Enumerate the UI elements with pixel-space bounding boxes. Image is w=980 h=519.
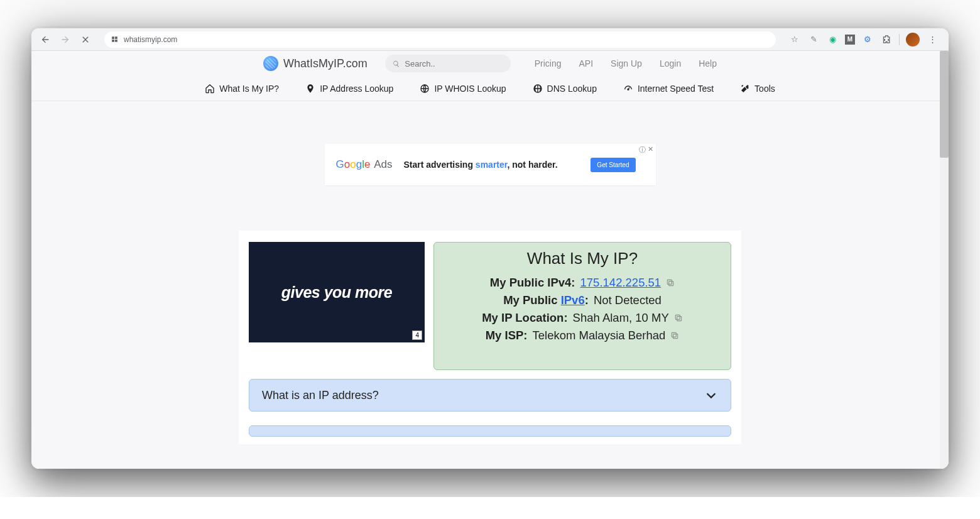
location-value: Shah Alam, 10 MY: [573, 311, 669, 325]
top-links: Pricing API Sign Up Login Help: [535, 58, 717, 68]
svg-rect-6: [675, 315, 680, 319]
ad-text: Start advertising smarter, not harder.: [403, 160, 557, 170]
video-ad-countdown: 4: [412, 331, 422, 340]
nav-label: Internet Speed Test: [638, 84, 714, 94]
ip-label: My ISP:: [486, 329, 528, 342]
page-content: WhatIsMyIP.com Pricing API Sign Up Login…: [31, 51, 949, 469]
video-ad[interactable]: gives you more 4: [249, 242, 425, 342]
ext-icon-1[interactable]: ◉: [826, 33, 839, 46]
ip-panel-title: What Is My IP?: [443, 249, 722, 268]
edit-icon[interactable]: ✎: [807, 33, 820, 46]
svg-rect-3: [669, 281, 673, 286]
home-icon: [205, 84, 215, 94]
browser-actions: ☆ ✎ ◉ M ⚙ ⋮: [785, 33, 942, 46]
copy-icon[interactable]: [666, 278, 675, 287]
main-panel: gives you more 4 What Is My IP? My Publi…: [239, 231, 741, 444]
site-settings-icon: [111, 35, 119, 43]
accordion-what-is-ip[interactable]: What is an IP address?: [249, 379, 731, 412]
star-icon[interactable]: ☆: [788, 33, 801, 46]
accordion-item-2[interactable]: [249, 425, 731, 437]
speed-icon: [623, 84, 633, 94]
ipv6-label-link[interactable]: IPv6: [561, 293, 585, 307]
nav-speed-test[interactable]: Internet Speed Test: [623, 84, 714, 94]
nav-label: DNS Lookup: [547, 84, 597, 94]
ip-info-panel: What Is My IP? My Public IPv4: 175.142.2…: [433, 242, 731, 370]
close-icon[interactable]: ✕: [648, 145, 653, 155]
profile-avatar[interactable]: [906, 33, 920, 46]
svg-rect-4: [667, 280, 672, 284]
tools-icon: [740, 84, 750, 94]
svg-rect-8: [672, 332, 677, 337]
google-ads-logo: Google Ads: [336, 158, 393, 171]
nav-what-is-my-ip[interactable]: What Is My IP?: [205, 84, 279, 94]
nav-ip-lookup[interactable]: IP Address Lookup: [305, 84, 393, 94]
ad-info-icon[interactable]: ⓘ: [639, 145, 646, 155]
nav-dns-lookup[interactable]: DNS Lookup: [533, 84, 597, 94]
search-box[interactable]: [385, 55, 511, 72]
ad-close[interactable]: ⓘ✕: [639, 145, 653, 155]
stop-button[interactable]: [78, 32, 93, 47]
pin-icon: [305, 84, 315, 94]
link-help[interactable]: Help: [699, 58, 717, 68]
link-pricing[interactable]: Pricing: [535, 58, 562, 68]
ad-banner[interactable]: ⓘ✕ Google Ads Start advertising smarter,…: [325, 144, 656, 185]
brand-logo-icon: [263, 56, 278, 71]
chevron-down-icon: [704, 388, 718, 402]
brand[interactable]: WhatIsMyIP.com: [263, 56, 368, 71]
accordion-label: What is an IP address?: [262, 389, 379, 402]
site-header: WhatIsMyIP.com Pricing API Sign Up Login…: [31, 51, 949, 76]
ip-label: My IP Location:: [482, 311, 567, 325]
search-input[interactable]: [405, 59, 503, 68]
video-ad-text: gives you more: [281, 283, 392, 302]
scrollbar-thumb[interactable]: [940, 51, 949, 158]
search-icon: [393, 60, 400, 68]
ip-row-ipv6: My Public IPv6: Not Detected: [443, 293, 722, 307]
ip-label: My Public IPv4:: [490, 276, 575, 290]
ip-label: My Public IPv6:: [503, 293, 589, 307]
address-bar[interactable]: whatismyip.com: [104, 31, 776, 48]
grid-globe-icon: [533, 84, 543, 94]
link-signup[interactable]: Sign Up: [611, 58, 642, 68]
extensions-icon[interactable]: [880, 33, 893, 46]
svg-point-2: [628, 89, 629, 90]
nav-label: IP Address Lookup: [320, 84, 393, 94]
copy-icon[interactable]: [670, 331, 679, 340]
svg-rect-5: [677, 317, 681, 321]
svg-rect-7: [673, 334, 678, 339]
link-api[interactable]: API: [579, 58, 594, 68]
nav-whois-lookup[interactable]: IP WHOIS Lookup: [420, 84, 506, 94]
main-nav: What Is My IP? IP Address Lookup IP WHOI…: [31, 76, 949, 101]
ad-cta-button[interactable]: Get Started: [591, 158, 635, 172]
ip-row-location: My IP Location: Shah Alam, 10 MY: [443, 311, 722, 325]
url-text: whatismyip.com: [124, 35, 177, 44]
ipv6-value: Not Detected: [594, 293, 662, 307]
brand-text: WhatIsMyIP.com: [283, 57, 368, 70]
copy-icon[interactable]: [674, 314, 683, 322]
browser-toolbar: whatismyip.com ☆ ✎ ◉ M ⚙ ⋮: [31, 28, 949, 51]
menu-icon[interactable]: ⋮: [926, 33, 939, 46]
nav-label: IP WHOIS Lookup: [434, 84, 506, 94]
back-button[interactable]: [38, 32, 53, 47]
forward-button[interactable]: [58, 32, 73, 47]
globe-icon: [420, 84, 430, 94]
scrollbar[interactable]: [940, 51, 949, 469]
ipv4-value-link[interactable]: 175.142.225.51: [580, 276, 662, 289]
ip-row-ipv4: My Public IPv4: 175.142.225.51: [443, 276, 722, 290]
ip-row-isp: My ISP: Telekom Malaysia Berhad: [443, 329, 722, 342]
link-login[interactable]: Login: [660, 58, 681, 68]
isp-value: Telekom Malaysia Berhad: [533, 329, 666, 342]
nav-tools[interactable]: Tools: [740, 84, 775, 94]
ext-icon-3[interactable]: ⚙: [861, 33, 874, 46]
content-area: ⓘ✕ Google Ads Start advertising smarter,…: [31, 101, 949, 444]
nav-label: Tools: [754, 84, 775, 94]
ext-icon-2[interactable]: M: [845, 35, 855, 45]
nav-label: What Is My IP?: [219, 84, 279, 94]
